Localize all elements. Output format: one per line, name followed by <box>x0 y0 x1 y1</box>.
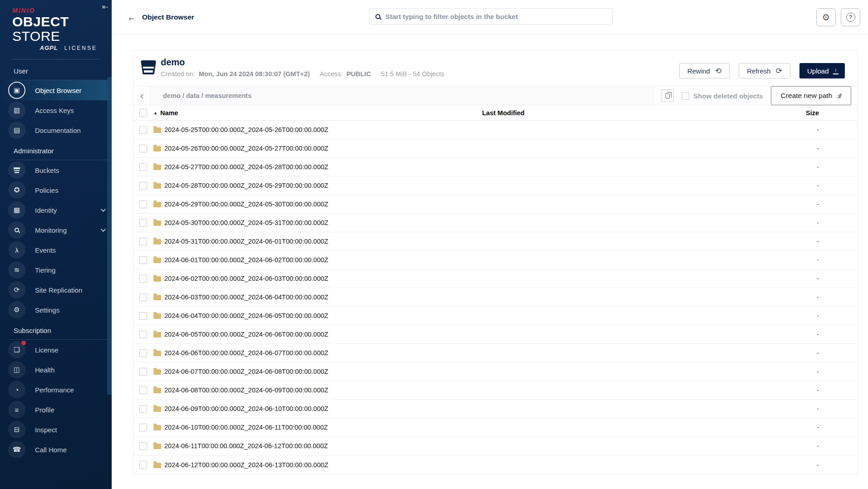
object-name[interactable]: 2024-05-26T00:00:00.000Z_2024-05-27T00:0… <box>164 145 328 152</box>
row-checkbox[interactable] <box>139 275 147 283</box>
object-name[interactable]: 2024-06-06T00:00:00.000Z_2024-06-07T00:0… <box>164 349 328 357</box>
object-name[interactable]: 2024-06-07T00:00:00.000Z_2024-06-08T00:0… <box>164 368 328 375</box>
row-checkbox[interactable] <box>139 331 147 338</box>
product-name-bold: OBJECT <box>12 14 69 29</box>
sidebar-item-inspect[interactable]: ⊟Inspect <box>0 420 112 440</box>
sidebar-item-call-home[interactable]: ☎Call Home <box>0 440 112 460</box>
sidebar-item-settings[interactable]: ⚙Settings <box>0 300 112 320</box>
object-name[interactable]: 2024-05-25T00:00:00.000Z_2024-05-26T00:0… <box>164 126 328 133</box>
row-checkbox[interactable] <box>139 219 147 227</box>
sidebar-item-buckets[interactable]: Buckets <box>0 160 112 180</box>
folder-icon <box>153 239 161 244</box>
object-name[interactable]: 2024-06-08T00:00:00.000Z_2024-06-09T00:0… <box>164 386 328 394</box>
row-checkbox[interactable] <box>139 238 147 245</box>
table-row[interactable]: 2024-06-04T00:00:00.000Z_2024-06-05T00:0… <box>133 307 857 325</box>
object-name[interactable]: 2024-06-02T00:00:00.000Z_2024-06-03T00:0… <box>164 275 328 282</box>
table-row[interactable]: 2024-06-07T00:00:00.000Z_2024-06-08T00:0… <box>133 362 857 381</box>
object-name[interactable]: 2024-06-10T00:00:00.000Z_2024-06-11T00:0… <box>164 424 328 431</box>
table-row[interactable]: 2024-06-02T00:00:00.000Z_2024-06-03T00:0… <box>133 269 857 288</box>
object-name[interactable]: 2024-06-09T00:00:00.000Z_2024-06-10T00:0… <box>164 405 328 412</box>
table-row[interactable]: 2024-05-26T00:00:00.000Z_2024-05-27T00:0… <box>133 139 857 158</box>
sidebar-item-events[interactable]: λEvents <box>0 240 112 260</box>
table-row[interactable]: 2024-06-09T00:00:00.000Z_2024-06-10T00:0… <box>133 400 857 418</box>
row-checkbox[interactable] <box>139 368 147 376</box>
sidebar-nav: User▣Object Browser▥Access Keys▤Document… <box>0 59 112 460</box>
row-checkbox[interactable] <box>139 461 147 469</box>
sidebar-item-monitoring[interactable]: Monitoring <box>0 220 112 240</box>
upload-button[interactable]: Upload↑ <box>799 63 845 78</box>
table-row[interactable]: 2024-06-10T00:00:00.000Z_2024-06-11T00:0… <box>133 418 857 437</box>
object-name[interactable]: 2024-05-30T00:00:00.000Z_2024-05-31T00:0… <box>164 219 328 226</box>
object-name[interactable]: 2024-06-11T00:00:00.000Z_2024-06-12T00:0… <box>164 442 328 450</box>
table-row[interactable]: 2024-06-08T00:00:00.000Z_2024-06-09T00:0… <box>133 381 857 400</box>
sidebar-item-identity[interactable]: ▦Identity <box>0 200 112 220</box>
table-row[interactable]: 2024-05-27T00:00:00.000Z_2024-05-28T00:0… <box>133 158 857 176</box>
header-name[interactable]: ▲Name <box>153 109 482 117</box>
row-checkbox[interactable] <box>139 126 147 134</box>
row-checkbox[interactable] <box>139 386 147 394</box>
copy-path-button[interactable] <box>661 89 674 102</box>
sidebar-item-access-keys[interactable]: ▥Access Keys <box>0 100 112 120</box>
object-name[interactable]: 2024-05-28T00:00:00.000Z_2024-05-29T00:0… <box>164 182 328 189</box>
refresh-label: Refresh <box>747 67 771 75</box>
object-name[interactable]: 2024-05-31T00:00:00.000Z_2024-06-01T00:0… <box>164 238 328 245</box>
object-browser-icon: ▣ <box>8 82 25 99</box>
show-deleted-checkbox[interactable] <box>681 92 689 100</box>
row-checkbox[interactable] <box>139 424 147 431</box>
search-input[interactable] <box>385 13 607 20</box>
object-name[interactable]: 2024-06-05T00:00:00.000Z_2024-06-06T00:0… <box>164 331 328 338</box>
object-name[interactable]: 2024-06-12T00:00:00.000Z_2024-06-13T00:0… <box>164 461 328 469</box>
row-checkbox[interactable] <box>139 163 147 171</box>
table-row[interactable]: 2024-06-01T00:00:00.000Z_2024-06-02T00:0… <box>133 251 857 269</box>
object-name[interactable]: 2024-05-29T00:00:00.000Z_2024-05-30T00:0… <box>164 200 328 208</box>
help-button[interactable]: ? <box>841 8 860 26</box>
create-new-path-button[interactable]: Create new path:// <box>771 86 851 105</box>
sidebar-item-label: Profile <box>35 406 54 414</box>
sidebar-item-label: Health <box>35 366 54 374</box>
sidebar-item-documentation[interactable]: ▤Documentation <box>0 120 112 140</box>
row-checkbox[interactable] <box>139 312 147 320</box>
table-row[interactable]: 2024-06-11T00:00:00.000Z_2024-06-12T00:0… <box>133 437 857 455</box>
back-arrow-icon[interactable]: ← <box>127 13 136 22</box>
row-checkbox-cell <box>133 145 153 152</box>
row-checkbox[interactable] <box>139 145 147 152</box>
sidebar-item-site-replication[interactable]: ⟳Site Replication <box>0 280 112 300</box>
select-all-checkbox[interactable] <box>139 109 147 117</box>
table-row[interactable]: 2024-05-31T00:00:00.000Z_2024-06-01T00:0… <box>133 232 857 251</box>
table-row[interactable]: 2024-06-06T00:00:00.000Z_2024-06-07T00:0… <box>133 344 857 362</box>
rewind-button[interactable]: Rewind⟲ <box>679 63 730 78</box>
table-row[interactable]: 2024-05-25T00:00:00.000Z_2024-05-26T00:0… <box>133 121 857 139</box>
settings-button[interactable]: ⚙ <box>816 8 836 26</box>
object-name[interactable]: 2024-06-03T00:00:00.000Z_2024-06-04T00:0… <box>164 293 328 301</box>
row-name-cell: 2024-06-01T00:00:00.000Z_2024-06-02T00:0… <box>153 256 482 264</box>
sidebar-item-tiering[interactable]: ≋Tiering <box>0 260 112 280</box>
refresh-button[interactable]: Refresh⟳ <box>739 63 790 78</box>
row-checkbox[interactable] <box>139 182 147 190</box>
table-row[interactable]: 2024-06-12T00:00:00.000Z_2024-06-13T00:0… <box>133 455 857 474</box>
table-row[interactable]: 2024-05-28T00:00:00.000Z_2024-05-29T00:0… <box>133 176 857 195</box>
table-row[interactable]: 2024-05-30T00:00:00.000Z_2024-05-31T00:0… <box>133 214 857 232</box>
sidebar-item-profile[interactable]: ≡Profile <box>0 400 112 420</box>
table-body: 2024-05-25T00:00:00.000Z_2024-05-26T00:0… <box>133 121 857 474</box>
object-name[interactable]: 2024-06-01T00:00:00.000Z_2024-06-02T00:0… <box>164 256 328 264</box>
row-checkbox[interactable] <box>139 256 147 264</box>
sidebar-item-health[interactable]: ◫Health <box>0 360 112 380</box>
table-row[interactable]: 2024-06-05T00:00:00.000Z_2024-06-06T00:0… <box>133 325 857 344</box>
sidebar-item-object-browser[interactable]: ▣Object Browser <box>0 80 112 100</box>
row-checkbox[interactable] <box>139 293 147 301</box>
path-back-chevron[interactable]: ‹ <box>133 87 151 105</box>
row-checkbox[interactable] <box>139 349 147 357</box>
collapse-sidebar-icon[interactable]: ⇤ <box>102 2 108 12</box>
sidebar-item-license[interactable]: ❏License <box>0 340 112 360</box>
sidebar-item-policies[interactable]: ✪Policies <box>0 180 112 200</box>
sidebar-scrollbar[interactable] <box>107 77 112 395</box>
row-checkbox[interactable] <box>139 442 147 450</box>
table-row[interactable]: 2024-05-29T00:00:00.000Z_2024-05-30T00:0… <box>133 195 857 214</box>
object-name[interactable]: 2024-05-27T00:00:00.000Z_2024-05-28T00:0… <box>164 163 328 171</box>
breadcrumb[interactable]: demo / data / measurements <box>151 87 655 105</box>
sidebar-item-performance[interactable]: ◔Performance <box>0 380 112 400</box>
row-checkbox[interactable] <box>139 405 147 413</box>
table-row[interactable]: 2024-06-03T00:00:00.000Z_2024-06-04T00:0… <box>133 288 857 307</box>
object-name[interactable]: 2024-06-04T00:00:00.000Z_2024-06-05T00:0… <box>164 312 328 319</box>
row-checkbox[interactable] <box>139 200 147 208</box>
